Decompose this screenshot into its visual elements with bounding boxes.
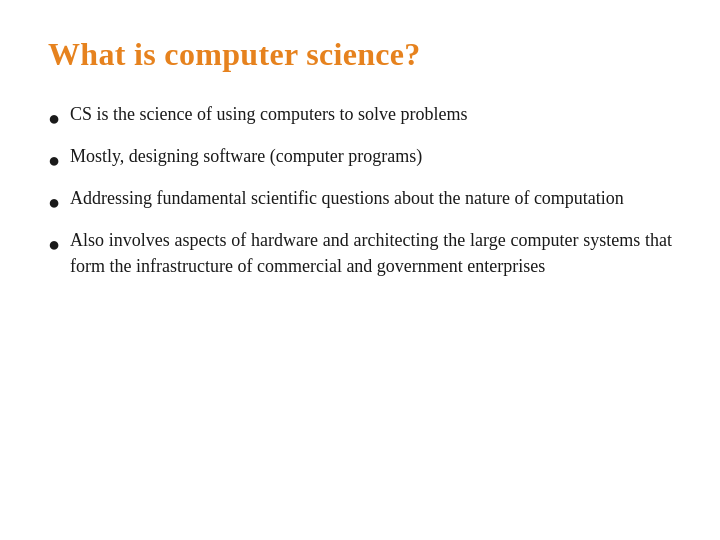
bullet-dot-2: ● — [48, 146, 70, 175]
bullet-text-4: Also involves aspects of hardware and ar… — [70, 227, 672, 279]
list-item: ● Mostly, designing software (computer p… — [48, 143, 672, 175]
slide-container: What is computer science? ● CS is the sc… — [0, 0, 720, 540]
list-item: ● Addressing fundamental scientific ques… — [48, 185, 672, 217]
bullet-text-1: CS is the science of using computers to … — [70, 101, 672, 127]
slide-title: What is computer science? — [48, 36, 672, 73]
bullet-dot-1: ● — [48, 104, 70, 133]
bullet-text-2: Mostly, designing software (computer pro… — [70, 143, 672, 169]
bullet-text-3: Addressing fundamental scientific questi… — [70, 185, 672, 211]
list-item: ● Also involves aspects of hardware and … — [48, 227, 672, 279]
bullet-dot-4: ● — [48, 230, 70, 259]
list-item: ● CS is the science of using computers t… — [48, 101, 672, 133]
bullet-list: ● CS is the science of using computers t… — [48, 101, 672, 279]
bullet-dot-3: ● — [48, 188, 70, 217]
